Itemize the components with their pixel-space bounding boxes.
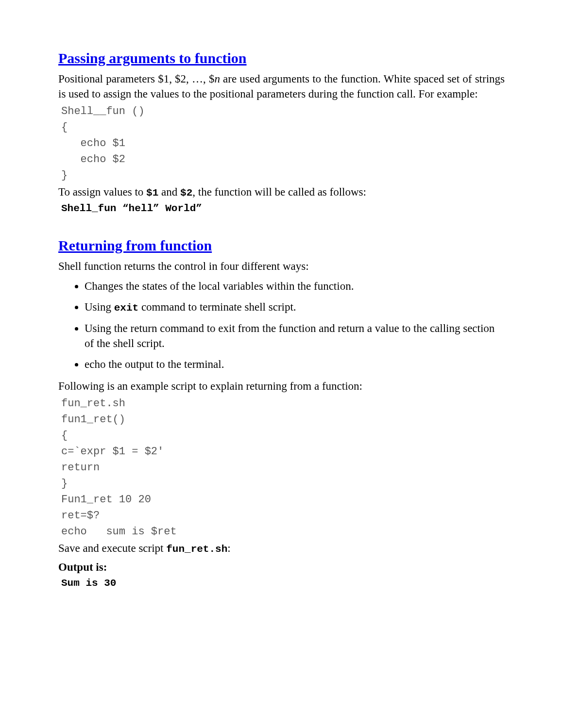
list-item: echo the output to the terminal. xyxy=(85,357,505,372)
inline-code-filename: fun_ret.sh xyxy=(166,544,227,555)
text: Using xyxy=(85,301,114,313)
paragraph-intro-2: Shell function returns the control in fo… xyxy=(58,259,505,274)
text: Positional parameters $1, $2, …, $ xyxy=(58,73,214,85)
heading-passing-arguments: Passing arguments to function xyxy=(58,49,505,68)
code-block-output: Sum is 30 xyxy=(58,577,505,590)
inline-code-exit: exit xyxy=(114,302,138,314)
code-block-fun-ret: fun_ret.sh fun1_ret() { c=`expr $1 = $2'… xyxy=(58,396,505,540)
text: : xyxy=(227,542,230,554)
text: , the function will be called as follows… xyxy=(192,186,366,198)
paragraph-assign-values: To assign values to $1 and $2, the funct… xyxy=(58,184,505,200)
list-item: Using exit command to terminate shell sc… xyxy=(85,299,505,315)
italic-n: n xyxy=(214,73,220,85)
text: and xyxy=(158,186,180,198)
output-label: Output is: xyxy=(58,560,505,575)
inline-code-var2: $2 xyxy=(180,187,192,199)
bullet-list: Changes the states of the local variable… xyxy=(58,279,505,372)
paragraph-save-execute: Save and execute script fun_ret.sh: xyxy=(58,541,505,556)
code-block-shell-fun: Shell__fun () { echo $1 echo $2 } xyxy=(58,103,505,183)
inline-code-var1: $1 xyxy=(146,187,158,199)
text: To assign values to xyxy=(58,186,146,198)
paragraph-intro-1: Positional parameters $1, $2, …, $n are … xyxy=(58,71,505,101)
paragraph-followup: Following is an example script to explai… xyxy=(58,379,505,394)
heading-returning: Returning from function xyxy=(58,236,505,256)
code-block-call: Shell_fun “hell” World” xyxy=(58,202,505,215)
list-item: Using the return command to exit from th… xyxy=(85,321,505,351)
text: command to terminate shell script. xyxy=(138,301,296,313)
list-item: Changes the states of the local variable… xyxy=(85,279,505,294)
text: Save and execute script xyxy=(58,542,166,554)
